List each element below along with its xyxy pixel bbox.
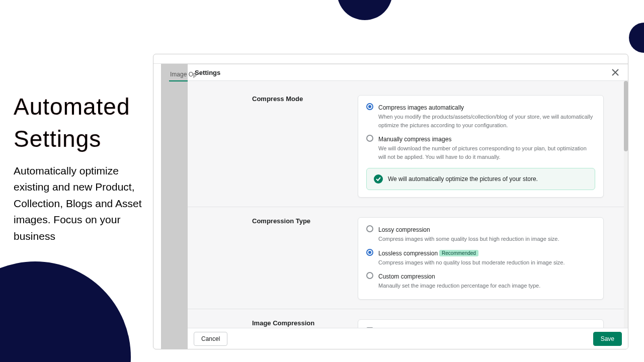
radio-custom[interactable]: Custom compression Manaully set the imag… (366, 272, 595, 290)
option-label: Compress images automatically (378, 104, 464, 111)
section-compress-mode: Compress Mode Compress images automatica… (188, 91, 624, 202)
radio-icon (366, 225, 373, 232)
option-desc: Manaully set the image reduction percent… (378, 282, 595, 290)
section-image-compression: Image Compression Automatically compress… (188, 309, 624, 328)
promo-title: Automated Settings (14, 90, 157, 155)
section-compression-type: Compression Type Lossy compression Compr… (188, 207, 624, 304)
tab-underline (169, 80, 188, 81)
section-title: Compress Mode (252, 95, 343, 103)
panel-body: Compress Mode Compress images automatica… (188, 81, 624, 328)
option-label: Manually compress images (378, 136, 451, 143)
radio-icon (366, 272, 373, 279)
option-label: Lossy compression (378, 226, 430, 233)
option-desc: When you modify the products/assets/coll… (378, 113, 595, 129)
radio-lossy[interactable]: Lossy compression Compress images with s… (366, 225, 595, 243)
radio-icon (366, 103, 373, 110)
radio-lossless[interactable]: Lossless compressionRecommended Compress… (366, 248, 595, 267)
option-desc: We will download the number of pictures … (378, 144, 595, 161)
panel-title: Settings (195, 69, 220, 76)
card-image-compression: All product images Only published produc… (358, 319, 604, 328)
close-icon (612, 69, 619, 76)
checkmark-circle-icon (374, 174, 383, 184)
close-button[interactable] (610, 67, 621, 78)
option-desc: Compress images with some quality loss b… (378, 235, 595, 243)
decorative-circle (337, 0, 392, 20)
alert-success: We will automatically optimize the pictu… (366, 168, 595, 190)
option-label: Lossless compression (378, 250, 438, 257)
tab-image-optimization[interactable]: Image Op (170, 71, 197, 78)
window-chrome (153, 54, 628, 64)
radio-icon (366, 249, 373, 256)
cancel-button[interactable]: Cancel (194, 332, 227, 346)
save-button[interactable]: Save (593, 332, 622, 346)
badge-recommended: Recommended (439, 250, 478, 256)
decorative-circle (0, 261, 131, 362)
tab-bar-bg (161, 64, 189, 349)
promo-desc: Automatically optimize existing and new … (14, 163, 157, 245)
decorative-circle (629, 23, 644, 53)
scrollbar-thumb[interactable] (624, 81, 628, 151)
panel-header: Settings (188, 64, 628, 81)
option-desc: Compress images with no quality loss but… (378, 258, 595, 267)
app-window: Image Op Settings Compress Mode Compress… (153, 54, 628, 349)
section-title: Compression Type (252, 217, 343, 225)
radio-compress-auto[interactable]: Compress images automatically When you m… (366, 103, 595, 129)
settings-panel: Settings Compress Mode Compress images a… (188, 64, 628, 349)
radio-compress-manual[interactable]: Manually compress images We will downloa… (366, 134, 595, 161)
promo-block: Automated Settings Automatically optimiz… (14, 90, 157, 245)
card-compress-mode: Compress images automatically When you m… (358, 95, 604, 198)
card-compression-type: Lossy compression Compress images with s… (358, 217, 604, 300)
alert-text: We will automatically optimize the pictu… (388, 175, 538, 183)
scrollbar-track[interactable] (624, 81, 628, 328)
radio-icon (366, 135, 373, 142)
section-title: Image Compression (252, 319, 343, 327)
option-label: Custom compression (378, 273, 435, 280)
panel-footer: Cancel Save (188, 328, 628, 349)
